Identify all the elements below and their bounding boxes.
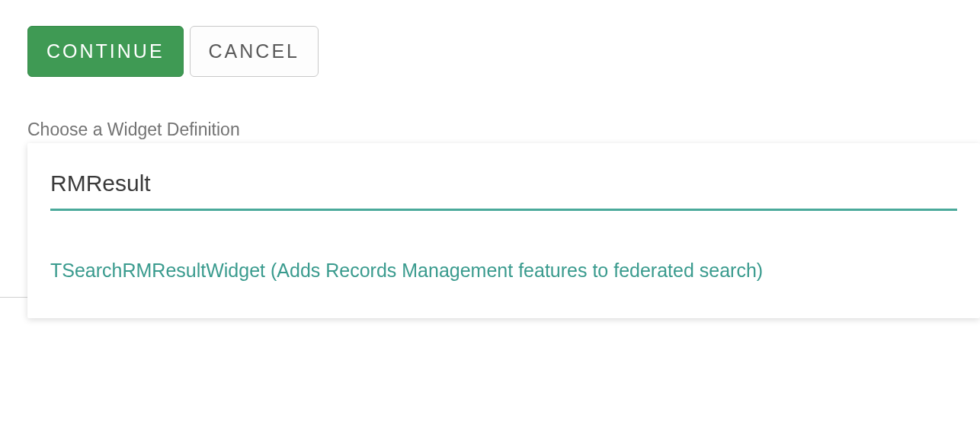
toolbar: Continue Cancel — [0, 0, 980, 98]
search-input[interactable] — [50, 166, 957, 211]
dropdown-panel: TSearchRMResultWidget (Adds Records Mana… — [27, 143, 980, 318]
section-label: Choose a Widget Definition — [0, 120, 980, 140]
result-item[interactable]: TSearchRMResultWidget (Adds Records Mana… — [50, 260, 957, 282]
cancel-button[interactable]: Cancel — [190, 26, 319, 77]
continue-button[interactable]: Continue — [27, 26, 184, 77]
divider — [0, 297, 27, 298]
